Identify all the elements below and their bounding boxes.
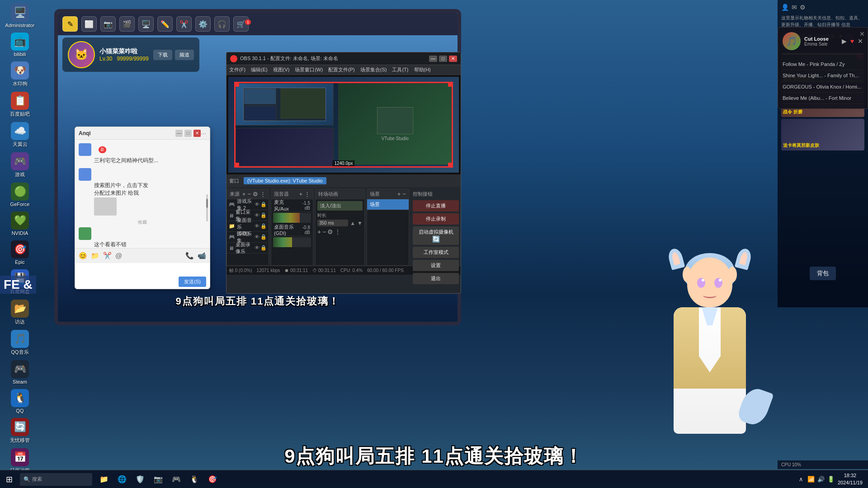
obs-start-vt-btn[interactable]: 启动虚拟摄像机 🔄 [413, 226, 459, 245]
obs-scene-add[interactable]: + [397, 191, 401, 197]
toolbar-brush-btn[interactable]: ✏️ [157, 16, 173, 32]
obs-menu-tools[interactable]: 工具(T) [392, 66, 408, 73]
chat-minimize-btn[interactable]: — [175, 130, 183, 137]
music-track-2[interactable]: GORGEOUS - Olivia Knox / Homi... [783, 81, 863, 93]
chat-more-icon[interactable]: ··· [201, 130, 206, 137]
obs-mixer-fader-1[interactable] [273, 237, 311, 247]
chat-send-btn[interactable]: 发送(S) [179, 277, 206, 287]
obs-minimize-btn[interactable]: — [429, 56, 437, 62]
desktop-icon-bilibili[interactable]: 📺 bilibili [2, 31, 38, 59]
channel-btn[interactable]: 频道 [175, 50, 194, 60]
obs-mixer-add[interactable]: + [299, 191, 302, 197]
obs-source-eye-2[interactable]: 👁 [255, 223, 259, 229]
taskbar-file-explorer[interactable]: 📁 [96, 471, 112, 488]
obs-sources-remove[interactable]: − [247, 191, 251, 197]
desktop-icon-finder[interactable]: 📂 访达 [2, 298, 38, 327]
phone-icon[interactable]: 📞 [185, 252, 194, 260]
toolbar-crop-btn[interactable]: ✂️ [176, 16, 192, 32]
obs-source-eye-1[interactable]: 👁 [255, 212, 259, 218]
backpack-btn[interactable]: 背包 [810, 267, 836, 280]
obs-source-eye-0[interactable]: 👁 [255, 202, 259, 207]
taskbar-clock[interactable]: 18:32 2024/11/19 [838, 472, 863, 486]
obs-transition-settings[interactable]: ⚙ [327, 228, 333, 235]
obs-menu-file[interactable]: 文件(F) [229, 66, 245, 73]
taskbar-game[interactable]: 🎮 [168, 471, 184, 488]
download-btn[interactable]: 下载 [153, 50, 172, 60]
desktop-icon-steam[interactable]: 🎮 Steam [2, 358, 38, 386]
obs-menu-edit[interactable]: 编辑(E) [251, 66, 268, 73]
emoji-icon[interactable]: 😊 [79, 252, 87, 260]
toolbar-pencil-btn[interactable]: ✎ [62, 16, 78, 32]
obs-stop-record-btn[interactable]: 停止录制 [413, 213, 459, 225]
desktop-icon-geforce[interactable]: 🟢 GeForce [2, 181, 38, 209]
obs-transition-up[interactable]: ▲ [350, 220, 355, 226]
obs-scene-remove[interactable]: − [402, 191, 406, 197]
desktop-icon-admin[interactable]: 🖥️ Administrator [2, 2, 38, 30]
desktop-icon-nvidia[interactable]: 💚 NVIDIA [2, 210, 38, 238]
video-call-icon[interactable]: 📹 [198, 252, 206, 260]
toolbar-settings-btn[interactable]: ⚙️ [195, 16, 211, 32]
toolbar-rect-btn[interactable]: ⬜ [81, 16, 97, 32]
taskbar-camera[interactable]: 📷 [150, 471, 166, 488]
taskbar-browser[interactable]: 🌐 [114, 471, 130, 488]
obs-menu-help[interactable]: 帮助(H) [414, 66, 431, 73]
obs-transition-type[interactable]: 淡入/淡出 [317, 201, 363, 211]
obs-stop-live-btn[interactable]: 停止直播 [413, 200, 459, 211]
desktop-icon-watermark[interactable]: 🐶 水印狗 [2, 60, 38, 89]
obs-transition-time-value[interactable]: 350 ms [317, 220, 348, 226]
obs-sources-add[interactable]: + [242, 191, 246, 197]
at-icon[interactable]: @ [115, 252, 122, 259]
toolbar-audio-btn[interactable]: 🎧 [214, 16, 230, 32]
obs-source-row-4[interactable]: 🖥 桌面录像乐 👁 🔒 [227, 243, 269, 253]
obs-maximize-btn[interactable]: □ [439, 56, 447, 62]
obs-transition-remove[interactable]: − [322, 228, 326, 235]
hot-product-2[interactable]: 送卡将莫邪新皮肤 [781, 119, 864, 150]
tray-speaker[interactable]: 🔊 [817, 475, 825, 483]
obs-sources-more[interactable]: ⋮ [260, 191, 266, 197]
desktop-icon-cloud[interactable]: ☁️ 天翼云 [2, 120, 38, 150]
toolbar-screen-btn[interactable]: 🖥️ [138, 16, 154, 32]
obs-source-lock-4[interactable]: 🔒 [260, 245, 267, 251]
obs-scene-exe[interactable]: (VTube Studio.exe): VTube Studio [244, 177, 326, 184]
taskbar-shield[interactable]: 🛡️ [132, 471, 148, 488]
music-close-track-btn[interactable]: ✕ [858, 38, 863, 45]
obs-menu-collection[interactable]: 场景集合(S) [360, 66, 387, 73]
obs-source-eye-3[interactable]: 👁 [255, 234, 259, 240]
taskbar-qq[interactable]: 🐧 [186, 471, 203, 488]
scissors-icon[interactable]: ✂️ [103, 252, 112, 260]
music-heart-btn[interactable]: ♥ [850, 38, 854, 45]
toolbar-video-btn[interactable]: 🎬 [119, 16, 135, 32]
desktop-icon-wuye[interactable]: 🔄 无忧移管 [2, 416, 38, 446]
desktop-icon-epic[interactable]: 🎯 Epic [2, 239, 38, 267]
toolbar-cart-btn[interactable]: 🛒 1 [233, 16, 249, 32]
chat-scroll[interactable] [206, 194, 208, 221]
desktop-icon-qqmusic[interactable]: 🎵 QQ音乐 [2, 328, 38, 357]
obs-source-eye-4[interactable]: 👁 [255, 245, 259, 251]
obs-exit-btn[interactable]: 退出 [413, 273, 459, 284]
obs-transition-add[interactable]: + [317, 228, 321, 235]
obs-source-lock-2[interactable]: 🔒 [260, 223, 267, 229]
obs-menu-profile[interactable]: 配置文件(P) [328, 66, 355, 73]
obs-work-mode-btn[interactable]: 工作室模式 [413, 247, 459, 258]
music-close-btn[interactable]: ✕ [859, 30, 865, 38]
obs-mixer-more[interactable]: ⋮ [304, 191, 310, 197]
obs-menu-scene-window[interactable]: 场景窗口(W) [295, 66, 323, 73]
start-button[interactable]: ⊞ [0, 470, 18, 488]
chat-close-btn[interactable]: ✕ [193, 130, 201, 137]
obs-source-lock-1[interactable]: 🔒 [260, 212, 267, 218]
obs-settings-btn[interactable]: 设置 [413, 260, 459, 271]
obs-sources-settings[interactable]: ⚙ [253, 191, 258, 197]
chat-maximize-btn[interactable]: □ [184, 130, 192, 137]
tray-wifi[interactable]: 📶 [807, 475, 815, 483]
taskbar-target[interactable]: 🎯 [204, 471, 221, 488]
tray-battery[interactable]: 🔋 [827, 475, 835, 483]
obs-scene-item-0[interactable]: 场景 [367, 199, 409, 210]
obs-transition-more[interactable]: ⋮ [335, 228, 341, 235]
desktop-icon-tieba[interactable]: 📋 百度贴吧 [2, 90, 38, 119]
obs-source-lock-3[interactable]: 🔒 [260, 234, 267, 240]
desktop-icon-game[interactable]: 🎮 游戏 [2, 150, 38, 180]
music-track-3[interactable]: Believe Me (Albu... - Fort Minor [783, 93, 863, 104]
obs-mixer-fader-0[interactable] [273, 213, 311, 223]
desktop-icon-qq[interactable]: 🐧 QQ [2, 387, 38, 415]
folder-icon[interactable]: 📁 [91, 252, 99, 260]
